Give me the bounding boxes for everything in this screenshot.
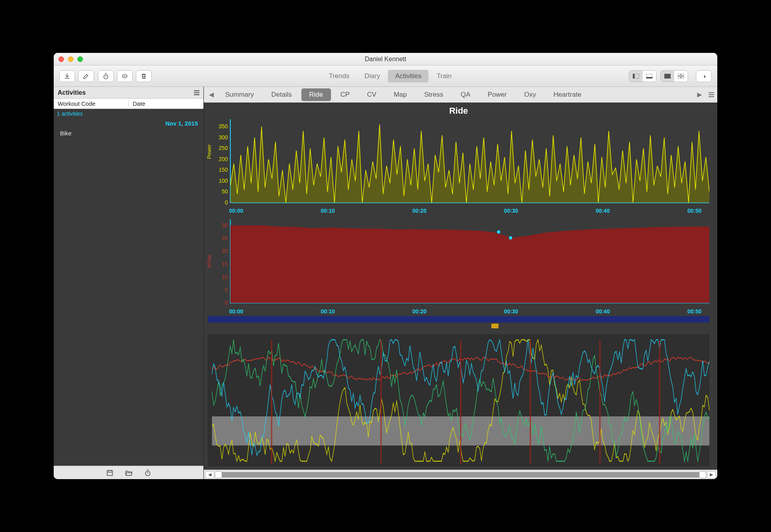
xtick: 00:10 bbox=[321, 208, 335, 214]
timeline-scrollbar: ◀ ▶ bbox=[204, 470, 717, 479]
svg-text:20: 20 bbox=[222, 248, 228, 254]
nav-activities[interactable]: Activities bbox=[388, 70, 429, 82]
tab-qa[interactable]: QA bbox=[453, 88, 478, 101]
edit-icon bbox=[83, 73, 90, 80]
svg-text:200: 200 bbox=[219, 156, 228, 162]
stopwatch-button[interactable] bbox=[98, 70, 114, 82]
interval-markers bbox=[208, 322, 709, 330]
tab-details[interactable]: Details bbox=[263, 88, 300, 101]
svg-rect-10 bbox=[107, 470, 112, 476]
wbal-axis-label: W'bal bbox=[206, 255, 212, 268]
sidebar-columns: Workout Code Date bbox=[54, 99, 203, 109]
sidebar: Activities Workout Code Date 1 activitie… bbox=[54, 87, 204, 479]
layout-full[interactable] bbox=[661, 71, 674, 82]
split-button[interactable] bbox=[117, 70, 133, 82]
download-button[interactable] bbox=[59, 70, 75, 82]
svg-text:30: 30 bbox=[222, 223, 228, 229]
nav-train[interactable]: Train bbox=[429, 70, 459, 82]
layout-grid[interactable] bbox=[674, 71, 688, 82]
svg-text:100: 100 bbox=[219, 178, 228, 184]
xtick: 00:40 bbox=[596, 208, 610, 214]
layout-sidebar-left[interactable] bbox=[629, 71, 643, 82]
scroll-handle-left[interactable] bbox=[215, 471, 222, 478]
xtick: 00:20 bbox=[412, 208, 427, 214]
svg-point-27 bbox=[497, 230, 500, 234]
activity-date-header[interactable]: Nov 1, 2015 bbox=[54, 118, 203, 128]
nav-trends[interactable]: Trends bbox=[322, 70, 356, 82]
col-date[interactable]: Date bbox=[129, 100, 145, 107]
svg-text:0: 0 bbox=[225, 300, 228, 306]
main-panel: ◀ Summary Details Ride CP CV Map Stress … bbox=[204, 87, 717, 479]
col-workout-code[interactable]: Workout Code bbox=[54, 100, 129, 107]
overview-chart[interactable] bbox=[208, 334, 709, 467]
xtick: 00:30 bbox=[504, 208, 518, 214]
wbal-x-labels: 00:00 00:10 00:20 00:30 00:40 00:50 bbox=[208, 307, 709, 315]
nav-diary[interactable]: Diary bbox=[357, 70, 387, 82]
power-chart[interactable]: Power 050100150200250300350 00:00 00:10 … bbox=[208, 118, 709, 214]
svg-point-11 bbox=[145, 471, 150, 476]
tab-summary[interactable]: Summary bbox=[217, 88, 262, 101]
xtick: 00:40 bbox=[596, 308, 610, 315]
tabs-right-arrow[interactable]: ▶ bbox=[695, 91, 704, 98]
tab-power[interactable]: Power bbox=[480, 88, 515, 101]
activity-row[interactable]: Bike bbox=[54, 128, 203, 138]
sidebar-left-icon bbox=[633, 74, 639, 79]
svg-text:350: 350 bbox=[219, 124, 228, 129]
power-axis-label: Power bbox=[206, 144, 212, 159]
download-icon bbox=[64, 73, 71, 80]
layout-segment-2 bbox=[660, 70, 688, 82]
activity-count: 1 activities bbox=[54, 109, 203, 118]
svg-text:25: 25 bbox=[222, 236, 228, 242]
toolbar: Trends Diary Activities Train ›› bbox=[54, 66, 717, 87]
tab-map[interactable]: Map bbox=[386, 88, 415, 101]
svg-text:150: 150 bbox=[219, 167, 228, 173]
edit-button[interactable] bbox=[78, 70, 94, 82]
interval-marker[interactable] bbox=[491, 324, 498, 328]
chart-tabs: ◀ Summary Details Ride CP CV Map Stress … bbox=[204, 87, 717, 103]
activity-list: 1 activities Nov 1, 2015 Bike bbox=[54, 109, 203, 466]
wbal-chart[interactable]: W'bal 051015202530 00:00 00:10 00:20 00:… bbox=[208, 219, 709, 329]
scroll-left-button[interactable]: ◀ bbox=[205, 471, 214, 478]
svg-text:50: 50 bbox=[222, 189, 228, 195]
sidebar-bottom-icon bbox=[646, 74, 653, 79]
scroll-handle-right[interactable] bbox=[699, 471, 706, 478]
scroll-right-button[interactable]: ▶ bbox=[707, 471, 716, 478]
split-icon bbox=[121, 73, 128, 80]
tab-oxy[interactable]: Oxy bbox=[516, 88, 544, 101]
svg-rect-2 bbox=[633, 74, 635, 79]
tabs-left-arrow[interactable]: ◀ bbox=[207, 91, 216, 98]
selection-strip[interactable] bbox=[208, 316, 709, 322]
stopwatch-icon bbox=[102, 73, 109, 80]
chevrons-right-icon: ›› bbox=[703, 73, 704, 79]
delete-button[interactable] bbox=[136, 70, 152, 82]
sidebar-menu-button[interactable] bbox=[194, 90, 199, 95]
sidebar-title: Activities bbox=[58, 89, 86, 96]
tab-ride[interactable]: Ride bbox=[301, 88, 331, 101]
tab-cp[interactable]: CP bbox=[333, 88, 358, 101]
toolbar-file-group bbox=[59, 70, 94, 82]
svg-text:15: 15 bbox=[222, 261, 228, 267]
tab-stress[interactable]: Stress bbox=[416, 88, 451, 101]
panel-full-icon bbox=[664, 74, 671, 79]
svg-point-28 bbox=[509, 236, 512, 240]
folder-open-icon[interactable] bbox=[125, 469, 133, 477]
stopwatch-small-icon[interactable] bbox=[144, 469, 152, 477]
tabs-menu-button[interactable] bbox=[709, 92, 714, 97]
svg-rect-5 bbox=[664, 74, 671, 79]
svg-text:10: 10 bbox=[222, 274, 228, 280]
trash-icon bbox=[140, 73, 147, 80]
xtick: 00:50 bbox=[687, 308, 701, 315]
tab-cv[interactable]: CV bbox=[359, 88, 384, 101]
chart-area: Ride Power 050100150200250300350 00:00 0… bbox=[204, 103, 717, 470]
toolbar-analysis-group bbox=[98, 70, 152, 82]
sidebar-footer bbox=[54, 466, 203, 479]
svg-text:250: 250 bbox=[219, 145, 228, 151]
svg-rect-8 bbox=[678, 77, 681, 79]
tab-heartrate[interactable]: Heartrate bbox=[545, 88, 589, 101]
layout-sidebar-bottom[interactable] bbox=[643, 71, 656, 82]
calendar-icon[interactable] bbox=[106, 469, 114, 477]
scroll-track[interactable] bbox=[216, 472, 705, 478]
more-toolbar-button[interactable]: ›› bbox=[696, 70, 712, 82]
svg-rect-4 bbox=[646, 77, 653, 79]
xtick: 00:00 bbox=[229, 308, 243, 315]
